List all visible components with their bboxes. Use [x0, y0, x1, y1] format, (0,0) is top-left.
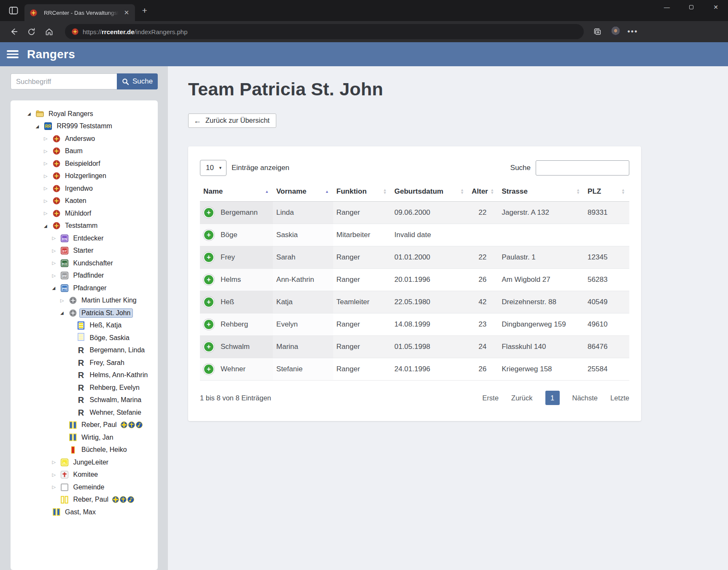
expand-row-button[interactable]: + — [203, 297, 214, 308]
expand-arrow-icon[interactable]: ▷ — [44, 149, 52, 154]
tree-item[interactable]: ▷Baum — [13, 145, 155, 158]
tab-close-icon[interactable]: ✕ — [122, 8, 131, 17]
tree-item[interactable]: Heß, Katja — [13, 319, 155, 332]
pagination-current-page[interactable]: 1 — [545, 391, 560, 405]
page-length-select[interactable]: 10▼ — [200, 160, 226, 176]
expand-arrow-icon[interactable]: ▷ — [44, 161, 52, 166]
tree-item[interactable]: RFrey, Sarah — [13, 357, 155, 369]
pagination-last[interactable]: Letzte — [610, 394, 629, 402]
tree-item[interactable]: ▷ENEntdecker — [13, 232, 155, 245]
new-tab-icon[interactable]: + — [138, 3, 152, 18]
menu-icon[interactable] — [7, 50, 19, 58]
tree-item[interactable]: RWehner, Stefanie — [13, 406, 155, 419]
tree-item[interactable]: ▷Gemeinde — [13, 481, 155, 494]
collapse-arrow-icon[interactable]: ◢ — [27, 111, 36, 116]
collapse-arrow-icon[interactable]: ◢ — [60, 311, 69, 315]
sort-both-icon: ▲▼ — [576, 189, 580, 195]
pagination-prev[interactable]: Zurück — [511, 394, 532, 402]
tree-item[interactable]: RRehberg, Evelyn — [13, 381, 155, 394]
tree-item[interactable]: ◢Royal Rangers — [13, 108, 155, 120]
column-header-name[interactable]: Name▲ — [200, 182, 273, 202]
expand-arrow-icon[interactable]: ▷ — [52, 484, 61, 490]
column-header-strasse[interactable]: Strasse▲▼ — [498, 182, 584, 202]
tree-item[interactable]: ▷Irgendwo — [13, 182, 155, 195]
back-icon[interactable] — [6, 24, 21, 39]
expand-row-button[interactable]: + — [203, 207, 214, 218]
expand-arrow-icon[interactable]: ▷ — [52, 273, 61, 278]
table-search-input[interactable] — [536, 160, 629, 176]
svg-text:PR: PR — [62, 286, 67, 290]
expand-arrow-icon[interactable]: ▷ — [52, 472, 61, 478]
tree-item[interactable]: ◢Patricia St. John — [13, 307, 155, 319]
tree-item[interactable]: ▷Martin Luther King — [13, 294, 155, 307]
window-maximize-icon[interactable] — [679, 0, 704, 14]
collapse-arrow-icon[interactable]: ◢ — [44, 224, 52, 228]
expand-row-button[interactable]: + — [203, 364, 214, 375]
tree-item[interactable]: ◢RRRR999 Teststamm — [13, 120, 155, 133]
tab-actions-icon[interactable] — [4, 2, 23, 19]
window-close-icon[interactable]: ✕ — [704, 0, 728, 14]
expand-arrow-icon[interactable]: ▷ — [52, 248, 61, 254]
tree-item[interactable]: RBergemann, Linda — [13, 344, 155, 357]
tree-item[interactable]: ▷Anderswo — [13, 132, 155, 145]
column-header-geburtsdatum[interactable]: Geburtsdatum▲▼ — [391, 182, 468, 202]
tree-item[interactable]: Wirtig, Jan — [13, 431, 155, 444]
window-minimize-icon[interactable]: — — [655, 0, 679, 14]
expand-arrow-icon[interactable]: ▷ — [44, 186, 52, 191]
tree-item[interactable]: ▷JLJungeLeiter — [13, 456, 155, 469]
expand-row-button[interactable]: + — [203, 274, 214, 285]
compass-red-icon — [52, 135, 60, 143]
tree-item[interactable]: RHelms, Ann-Kathrin — [13, 369, 155, 382]
more-menu-icon[interactable]: ••• — [625, 24, 640, 39]
pagination-next[interactable]: Nächste — [572, 394, 598, 402]
tree-item-label: Kundschafter — [71, 259, 115, 268]
sidebar-search-input[interactable] — [11, 73, 117, 89]
tree-item[interactable]: ▷PFPfadfinder — [13, 270, 155, 282]
home-icon[interactable] — [41, 24, 57, 39]
collections-icon[interactable] — [590, 24, 605, 39]
expand-row-button[interactable]: + — [203, 230, 214, 240]
tree-item[interactable]: ◢PRPfadranger — [13, 282, 155, 294]
tree-item[interactable]: Reber, Paul — [13, 494, 155, 506]
expand-row-button[interactable]: + — [203, 319, 214, 330]
tree-item[interactable]: RSchwalm, Marina — [13, 394, 155, 407]
collapse-arrow-icon[interactable]: ◢ — [52, 286, 61, 290]
tree-item[interactable]: ◢Teststamm — [13, 220, 155, 232]
column-header-vorname[interactable]: Vorname▲ — [273, 182, 333, 202]
tree-item[interactable]: Büchele, Heiko — [13, 444, 155, 457]
tree-item[interactable]: ▷STStarter — [13, 245, 155, 257]
cell-plz: 89331 — [584, 202, 629, 224]
browser-tab[interactable]: RRCenter - Das Verwaltungstool ✕ — [24, 4, 135, 21]
collapse-arrow-icon[interactable]: ◢ — [36, 124, 44, 129]
expand-arrow-icon[interactable]: ▷ — [52, 260, 61, 266]
profile-avatar[interactable] — [607, 24, 623, 39]
tree-item-label: Gast, Max — [63, 508, 98, 517]
tree-item[interactable]: ▷Beispieldorf — [13, 157, 155, 170]
column-header-alter[interactable]: Alter▲▼ — [468, 182, 498, 202]
tree-item[interactable]: ▷Komitee — [13, 469, 155, 481]
expand-arrow-icon[interactable]: ▷ — [44, 136, 52, 141]
badge-cross-icon — [128, 421, 135, 428]
expand-arrow-icon[interactable]: ▷ — [44, 173, 52, 179]
column-header-plz[interactable]: PLZ▲▼ — [584, 182, 629, 202]
pagination-first[interactable]: Erste — [483, 394, 499, 402]
tree-item[interactable]: ▷Holzgerlingen — [13, 170, 155, 183]
tree-item[interactable]: Reber, Paul — [13, 419, 155, 432]
expand-arrow-icon[interactable]: ▷ — [44, 211, 52, 216]
expand-arrow-icon[interactable]: ▷ — [44, 198, 52, 204]
tree-item[interactable]: ▷Kaoten — [13, 195, 155, 208]
tree-item[interactable]: ▷KDKundschafter — [13, 257, 155, 270]
column-header-funktion[interactable]: Funktion▲▼ — [333, 182, 391, 202]
tree-item[interactable]: Böge, Saskia — [13, 332, 155, 344]
expand-arrow-icon[interactable]: ▷ — [52, 459, 61, 465]
tree-item[interactable]: Gast, Max — [13, 506, 155, 519]
expand-row-button[interactable]: + — [203, 252, 214, 263]
sidebar-search-button[interactable]: Suche — [117, 73, 158, 89]
address-bar[interactable]: https://rrcenter.de/indexRangers.php — [65, 24, 584, 39]
expand-arrow-icon[interactable]: ▷ — [60, 298, 69, 303]
back-to-overview-button[interactable]: ← Zurück zur Übersicht — [188, 113, 276, 128]
reload-icon[interactable] — [24, 24, 39, 39]
expand-row-button[interactable]: + — [203, 341, 214, 352]
expand-arrow-icon[interactable]: ▷ — [52, 235, 61, 241]
tree-item[interactable]: ▷Mühldorf — [13, 207, 155, 220]
